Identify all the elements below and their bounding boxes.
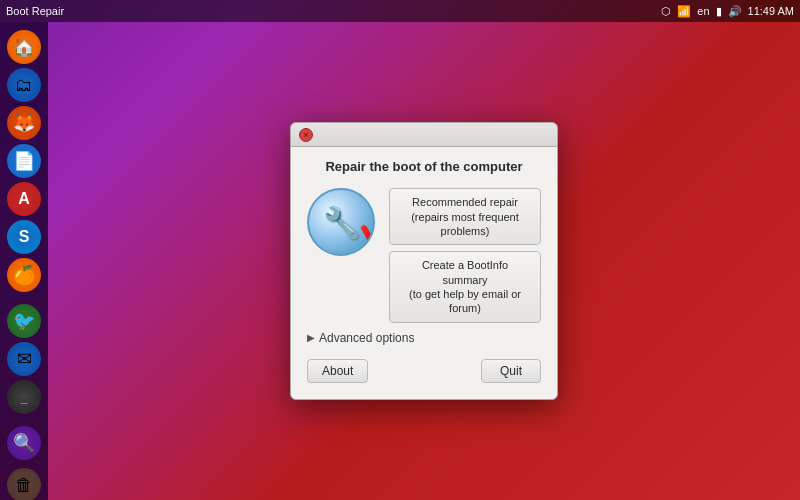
signal-icon: 📶 [677, 5, 691, 18]
theme-icon: 🍊 [7, 258, 41, 292]
dialog-close-button[interactable]: × [299, 128, 313, 142]
bird-icon: 🐦 [7, 304, 41, 338]
dialog-body: Repair the boot of the computer 🔧 Recomm… [291, 147, 557, 398]
sidebar-item-trash[interactable]: 🗑 [4, 468, 44, 500]
taskbar-title: Boot Repair [6, 5, 64, 17]
boot-icon-background: 🔧 [307, 188, 375, 256]
battery-icon: ▮ [716, 5, 722, 18]
dialog-titlebar: × [291, 123, 557, 147]
sidebar-item-home[interactable]: 🏠 [4, 30, 44, 64]
dialog-overlay: × Repair the boot of the computer 🔧 Reco… [48, 22, 800, 500]
dialog-title: Repair the boot of the computer [307, 159, 541, 174]
sidebar-item-mail[interactable]: ✉ [4, 342, 44, 376]
terminal-icon: _ [7, 380, 41, 414]
bootinfo-summary-button[interactable]: Create a BootInfo summary (to get help b… [389, 251, 541, 322]
libreoffice-icon: 📄 [7, 144, 41, 178]
red-handle-icon [360, 224, 375, 246]
taskbar-right: ⬡ 📶 en ▮ 🔊 11:49 AM [661, 5, 794, 18]
sidebar-item-terminal[interactable]: _ [4, 380, 44, 414]
taskbar-top: Boot Repair ⬡ 📶 en ▮ 🔊 11:49 AM [0, 0, 800, 22]
dialog-footer: About Quit [307, 359, 541, 383]
advanced-options-toggle[interactable]: ▶ Advanced options [307, 331, 541, 345]
volume-icon: 🔊 [728, 5, 742, 18]
about-button[interactable]: About [307, 359, 368, 383]
sidebar-item-search[interactable]: 🔍 [4, 426, 44, 460]
keyboard-icon: en [697, 5, 709, 17]
skype-icon: S [7, 220, 41, 254]
mail-icon: ✉ [7, 342, 41, 376]
sidebar-item-files[interactable]: 🗂 [4, 68, 44, 102]
files-icon: 🗂 [7, 68, 41, 102]
wrench-icon: 🔧 [323, 205, 360, 240]
firefox-icon: 🦊 [7, 106, 41, 140]
advanced-options-label: Advanced options [319, 331, 414, 345]
sidebar-item-firefox[interactable]: 🦊 [4, 106, 44, 140]
recommended-repair-button[interactable]: Recommended repair (repairs most frequen… [389, 188, 541, 245]
dropbox-icon: ⬡ [661, 5, 671, 18]
clock: 11:49 AM [748, 5, 794, 17]
sidebar-item-bird[interactable]: 🐦 [4, 304, 44, 338]
home-icon: 🏠 [7, 30, 41, 64]
sidebar-item-libreoffice[interactable]: 📄 [4, 144, 44, 178]
quit-button[interactable]: Quit [481, 359, 541, 383]
chevron-right-icon: ▶ [307, 332, 315, 343]
dialog-content: 🔧 Recommended repair (repairs most frequ… [307, 188, 541, 322]
search-icon: 🔍 [7, 426, 41, 460]
sidebar-item-software[interactable]: A [4, 182, 44, 216]
boot-repair-icon-wrap: 🔧 [307, 188, 379, 260]
sidebar-item-skype[interactable]: S [4, 220, 44, 254]
sidebar: 🏠 🗂 🦊 📄 A S 🍊 🐦 ✉ _ 🔍 🗑 [0, 22, 48, 500]
sidebar-item-theme[interactable]: 🍊 [4, 258, 44, 292]
dialog-action-buttons: Recommended repair (repairs most frequen… [389, 188, 541, 322]
boot-repair-dialog: × Repair the boot of the computer 🔧 Reco… [290, 122, 558, 399]
software-center-icon: A [7, 182, 41, 216]
trash-icon: 🗑 [7, 468, 41, 500]
